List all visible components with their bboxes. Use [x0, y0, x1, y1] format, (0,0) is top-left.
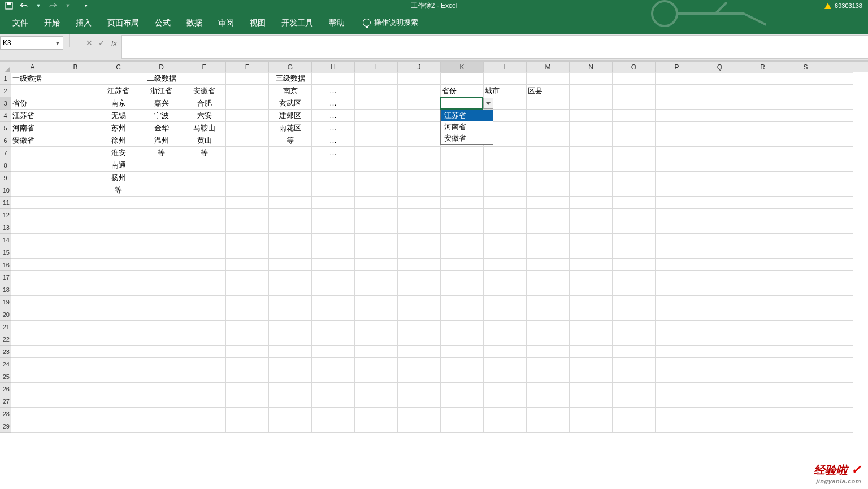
cell[interactable]	[656, 296, 698, 308]
cell[interactable]	[11, 271, 54, 283]
cell[interactable]	[11, 408, 54, 420]
cell[interactable]	[613, 72, 656, 85]
cell[interactable]	[226, 184, 269, 197]
cell[interactable]	[656, 110, 698, 122]
cell[interactable]: 宁波	[140, 110, 183, 122]
tab-review[interactable]: 审阅	[210, 11, 242, 34]
cell[interactable]	[656, 271, 698, 283]
dropdown-item[interactable]: 安徽省	[441, 133, 493, 144]
row-header[interactable]: 24	[0, 358, 11, 370]
cell[interactable]	[741, 110, 784, 122]
cell[interactable]: 二级数据	[140, 72, 183, 85]
warning-icon[interactable]	[824, 3, 831, 9]
cell[interactable]	[398, 122, 441, 134]
cell[interactable]	[441, 346, 484, 358]
cell[interactable]	[570, 234, 613, 246]
cell[interactable]	[183, 358, 226, 370]
cell[interactable]	[226, 122, 269, 134]
cell[interactable]	[312, 395, 355, 408]
cell[interactable]	[613, 395, 656, 408]
cell[interactable]	[656, 346, 698, 358]
row-header[interactable]: 6	[0, 134, 11, 147]
cell[interactable]	[11, 147, 54, 159]
select-all-corner[interactable]	[0, 62, 11, 73]
cell[interactable]	[613, 408, 656, 420]
cell[interactable]	[269, 197, 312, 209]
cell[interactable]	[784, 221, 827, 234]
cell[interactable]	[312, 259, 355, 271]
cell[interactable]	[398, 271, 441, 283]
cell[interactable]	[484, 159, 527, 172]
tab-layout[interactable]: 页面布局	[99, 11, 147, 34]
cell[interactable]: …	[312, 134, 355, 147]
cell[interactable]	[441, 246, 484, 259]
row-header[interactable]: 21	[0, 321, 11, 333]
cell[interactable]	[226, 395, 269, 408]
cell[interactable]	[312, 159, 355, 172]
cell[interactable]	[398, 358, 441, 370]
cell[interactable]	[183, 395, 226, 408]
enter-icon[interactable]: ✓	[96, 38, 108, 47]
cell[interactable]	[441, 395, 484, 408]
cell[interactable]	[97, 283, 140, 296]
cell[interactable]	[570, 333, 613, 346]
cell[interactable]	[441, 234, 484, 246]
cell[interactable]	[741, 420, 784, 433]
cell[interactable]	[441, 408, 484, 420]
cell[interactable]	[484, 259, 527, 271]
cell[interactable]	[355, 134, 398, 147]
cell[interactable]	[54, 97, 97, 110]
cell[interactable]	[527, 147, 570, 159]
cell[interactable]	[656, 370, 698, 383]
cell[interactable]	[784, 122, 827, 134]
cell[interactable]	[784, 259, 827, 271]
cell[interactable]	[827, 408, 853, 420]
cell[interactable]: …	[312, 97, 355, 110]
row-header[interactable]: 2	[0, 85, 11, 97]
cell[interactable]	[741, 383, 784, 395]
cell[interactable]	[97, 246, 140, 259]
cell[interactable]	[226, 72, 269, 85]
qat-customize-icon[interactable]: ▾	[81, 1, 90, 10]
cell[interactable]	[97, 72, 140, 85]
cell[interactable]	[398, 147, 441, 159]
cell[interactable]	[613, 85, 656, 97]
cell[interactable]	[484, 184, 527, 197]
tab-help[interactable]: 帮助	[321, 11, 353, 34]
cell[interactable]	[527, 296, 570, 308]
cell[interactable]	[398, 383, 441, 395]
cell[interactable]	[269, 271, 312, 283]
cell[interactable]	[54, 408, 97, 420]
cell[interactable]	[312, 408, 355, 420]
col-header[interactable]: S	[784, 62, 827, 73]
cell[interactable]	[11, 383, 54, 395]
cell[interactable]	[140, 197, 183, 209]
cell[interactable]	[54, 308, 97, 321]
cell[interactable]	[698, 271, 741, 283]
cell[interactable]	[140, 420, 183, 433]
cell[interactable]	[312, 221, 355, 234]
data-validation-dropdown-list[interactable]: 江苏省 河南省 安徽省	[440, 110, 493, 145]
cell[interactable]	[741, 209, 784, 221]
cell[interactable]	[11, 395, 54, 408]
cell[interactable]	[183, 308, 226, 321]
cell[interactable]	[97, 321, 140, 333]
cell[interactable]	[484, 221, 527, 234]
cell[interactable]	[11, 321, 54, 333]
cell[interactable]	[183, 234, 226, 246]
cell[interactable]: 三级数据	[269, 72, 312, 85]
cell[interactable]	[613, 184, 656, 197]
cell[interactable]	[140, 209, 183, 221]
cell[interactable]	[54, 172, 97, 184]
cell[interactable]	[441, 184, 484, 197]
cell[interactable]	[11, 221, 54, 234]
cell[interactable]	[527, 408, 570, 420]
cell[interactable]	[54, 296, 97, 308]
cell[interactable]	[226, 283, 269, 296]
cell[interactable]	[656, 147, 698, 159]
cell[interactable]	[484, 395, 527, 408]
cell[interactable]	[527, 97, 570, 110]
cell[interactable]	[269, 283, 312, 296]
cell[interactable]	[269, 420, 312, 433]
cell[interactable]	[398, 259, 441, 271]
